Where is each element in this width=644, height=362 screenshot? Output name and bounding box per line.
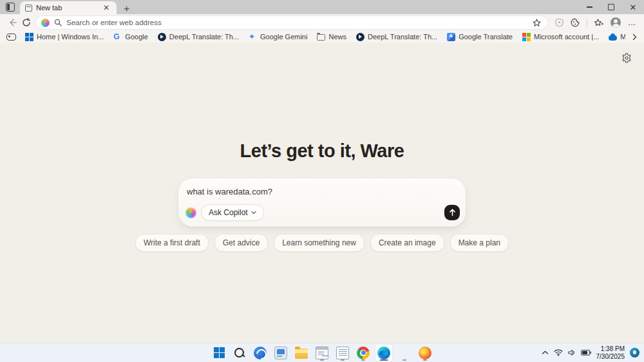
settings-sync-icon	[254, 347, 267, 359]
submit-arrow-button[interactable]	[444, 205, 460, 220]
system-tray: 1:38 PM 7/30/2025	[542, 343, 640, 362]
battery-icon[interactable]	[581, 350, 591, 356]
tab-title: New tab	[36, 4, 97, 12]
gemini-icon	[249, 33, 257, 41]
search-icon	[234, 347, 245, 359]
bookmark-item[interactable]: DeepL Translate: Th...	[158, 33, 239, 41]
copilot-composer[interactable]: what is waredata.com? Ask Copilot	[178, 178, 466, 227]
clock-time: 1:38 PM	[596, 345, 625, 353]
toolbar-right-icons: …	[553, 17, 639, 28]
taskbar: 1:38 PM 7/30/2025	[0, 343, 644, 362]
suggestion-pill[interactable]: Write a first draft	[135, 234, 209, 252]
bookmark-label: Google Translate	[459, 33, 513, 41]
taskbar-app-firefox[interactable]	[417, 345, 433, 361]
bookmark-item[interactable]: Google Translate	[447, 33, 513, 41]
suggestion-pill[interactable]: Learn something new	[274, 234, 365, 252]
bookmark-item[interactable]: Microsoft account |...	[522, 33, 599, 41]
firefox-icon	[419, 347, 431, 359]
new-tab-page: Let’s get to it, Ware what is waredata.c…	[0, 43, 644, 343]
bookmark-item[interactable]: Home | Windows In...	[25, 33, 104, 41]
suggestion-pill[interactable]: Create an image	[370, 234, 444, 252]
search-icon	[54, 19, 62, 26]
taskbar-clock[interactable]: 1:38 PM 7/30/2025	[596, 345, 625, 361]
page-settings-gear-icon[interactable]	[621, 53, 632, 63]
sidebar-apps-icon[interactable]	[6, 33, 16, 41]
chevron-down-icon	[251, 211, 256, 214]
bookmark-label: DeepL Translate: Th...	[169, 33, 239, 41]
maximize-button[interactable]	[600, 0, 622, 14]
windows-icon	[25, 33, 33, 41]
browser-toolbar: Search or enter web address …	[0, 14, 644, 31]
bookmarks-list: Home | Windows In...GoogleDeepL Translat…	[25, 33, 625, 41]
toolbar-separator	[587, 18, 587, 27]
back-icon[interactable]	[5, 15, 19, 30]
bookmark-label: Google	[125, 33, 147, 41]
new-tab-button[interactable]: ＋	[122, 3, 131, 13]
taskbar-app-chrome-canary[interactable]	[396, 345, 413, 361]
greeting-heading: Let’s get to it, Ware	[0, 140, 644, 162]
bookmark-item[interactable]: My files - OneDrive	[609, 33, 625, 41]
taskbar-app-chrome[interactable]	[355, 345, 372, 361]
copilot-icon[interactable]	[41, 19, 50, 27]
settings-menu-icon[interactable]: …	[628, 18, 636, 27]
suggestion-pills: Write a first draftGet adviceLearn somet…	[0, 234, 644, 252]
taskbar-app-start[interactable]	[211, 345, 227, 361]
suggestion-pill[interactable]: Get advice	[214, 234, 268, 252]
bookmark-label: News	[328, 33, 346, 41]
copilot-logo-icon	[185, 207, 196, 218]
window-controls: ✕	[578, 0, 644, 14]
composer-input[interactable]: what is waredata.com?	[187, 187, 458, 196]
taskbar-app-settings-sync[interactable]	[252, 345, 269, 361]
bookmark-label: DeepL Translate: Th...	[368, 33, 437, 41]
suggestion-pill[interactable]: Make a plan	[450, 234, 509, 252]
taskbar-app-notes-app[interactable]	[334, 345, 351, 361]
refresh-icon[interactable]	[19, 15, 33, 30]
onedrive-icon	[609, 35, 617, 41]
bookmarks-overflow-chevron-icon[interactable]	[632, 33, 638, 41]
minimize-button[interactable]	[578, 0, 600, 14]
address-bar[interactable]: Search or enter web address	[36, 16, 547, 29]
close-button[interactable]: ✕	[622, 0, 644, 14]
bookmark-item[interactable]: Google Gemini	[249, 33, 307, 41]
bookmark-item[interactable]: Google	[113, 33, 147, 41]
address-placeholder: Search or enter web address	[66, 19, 533, 26]
bookmark-label: Google Gemini	[260, 33, 307, 41]
ask-copilot-button[interactable]: Ask Copilot	[201, 204, 264, 221]
start-icon	[214, 347, 225, 358]
clock-date: 7/30/2025	[596, 353, 625, 361]
document-app-icon	[316, 347, 328, 359]
bookmark-item[interactable]: DeepL Translate: Th...	[356, 33, 437, 41]
wifi-icon[interactable]	[554, 349, 563, 356]
volume-icon[interactable]	[568, 349, 576, 356]
taskbar-app-edge[interactable]	[375, 345, 392, 361]
tab-actions-menu-icon[interactable]	[6, 3, 15, 12]
deepl-icon	[158, 33, 166, 41]
bookmark-label: Home | Windows In...	[37, 33, 104, 41]
taskbar-app-file-explorer[interactable]	[293, 345, 310, 361]
profile-avatar[interactable]	[611, 17, 621, 28]
notification-badge-icon[interactable]	[630, 348, 639, 357]
chrome-icon	[357, 347, 370, 359]
taskbar-app-media-app[interactable]	[272, 345, 289, 361]
bookmark-label: My files - OneDrive	[620, 33, 625, 41]
google-icon	[113, 33, 122, 41]
taskbar-app-document-app[interactable]	[314, 345, 330, 361]
ask-copilot-label: Ask Copilot	[209, 208, 248, 217]
browser-essentials-icon[interactable]	[571, 18, 580, 27]
arrow-up-icon	[449, 209, 456, 216]
favorites-icon[interactable]	[594, 19, 603, 27]
microsoft-icon	[522, 33, 531, 41]
security-shield-icon[interactable]	[555, 18, 564, 27]
folder-icon	[317, 34, 325, 41]
add-favorite-star-icon[interactable]	[533, 19, 541, 27]
composer-actions: Ask Copilot	[185, 204, 460, 221]
bookmark-label: Microsoft account |...	[534, 33, 599, 41]
bookmark-item[interactable]: News	[317, 33, 346, 41]
page-icon	[25, 5, 32, 12]
taskbar-app-search[interactable]	[231, 345, 248, 361]
browser-window: New tab ✕ ＋ ✕ Search or enter web addres…	[0, 0, 644, 362]
tab-close-icon[interactable]: ✕	[101, 3, 111, 12]
tab-new-tab[interactable]: New tab ✕	[20, 1, 117, 14]
tray-chevron-up-icon[interactable]	[542, 350, 549, 355]
bookmarks-bar: Home | Windows In...GoogleDeepL Translat…	[0, 31, 644, 43]
